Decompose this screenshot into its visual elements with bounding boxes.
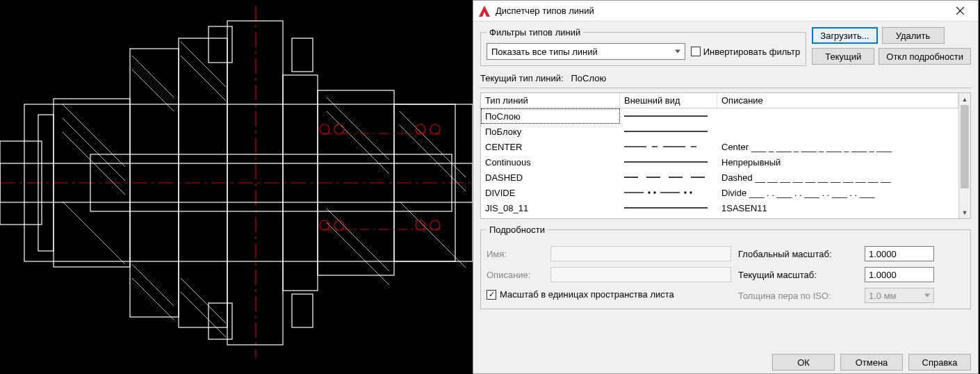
hide-details-button[interactable]: Откл подробности — [879, 48, 971, 65]
table-row[interactable]: DASHEDDashed __ __ __ __ __ __ __ __ __ … — [481, 170, 958, 185]
table-row[interactable]: ContinuousНепрерывный — [481, 154, 958, 170]
svg-marker-48 — [479, 6, 490, 17]
checkbox-icon: ✓ — [487, 290, 496, 300]
details-desc-input[interactable] — [550, 267, 731, 282]
linetype-name: JIS_08_11 — [481, 200, 620, 216]
linetype-description: Dashed __ __ __ __ __ __ __ __ __ __ __ — [717, 170, 958, 185]
linetype-name: DASHED — [481, 170, 620, 185]
svg-point-58 — [648, 192, 650, 193]
svg-rect-0 — [0, 0, 473, 374]
linetype-preview — [620, 124, 717, 139]
column-header-description[interactable]: Описание — [717, 93, 958, 108]
linetype-name: Continuous — [481, 154, 620, 170]
dialog-footer: ОК Отмена Справка — [480, 347, 971, 371]
scroll-down-icon[interactable]: ▼ — [959, 206, 970, 218]
linetype-preview — [620, 170, 717, 185]
help-button[interactable]: Справка — [908, 354, 971, 371]
iso-pen-width-select: 1.0 мм — [865, 288, 934, 303]
table-row[interactable]: ПоСлою — [481, 108, 958, 124]
linetype-preview — [620, 154, 717, 170]
scroll-up-icon[interactable]: ▲ — [959, 93, 970, 105]
filter-group-label: Фильтры типов линий — [487, 27, 583, 38]
cad-drawing-canvas — [0, 0, 473, 374]
details-name-input[interactable] — [550, 246, 731, 261]
scrollbar-thumb[interactable] — [961, 105, 969, 188]
table-header: Тип линий Внешний вид Описание — [481, 93, 958, 108]
autocad-icon — [479, 6, 490, 17]
table-row[interactable]: CENTERCenter ___ _ ___ _ ___ _ ___ _ ___… — [481, 139, 958, 154]
svg-point-61 — [685, 192, 686, 193]
load-button[interactable]: Загрузить... — [812, 27, 877, 44]
dialog-title: Диспетчер типов линий — [496, 6, 946, 16]
linetype-name: DIVIDE — [481, 185, 620, 200]
table-vertical-scrollbar[interactable]: ▲ ▼ — [958, 93, 970, 218]
linetype-name: ПоСлою — [481, 108, 620, 124]
filter-select[interactable]: Показать все типы линий — [487, 43, 685, 60]
set-current-button[interactable]: Текущий — [812, 48, 874, 65]
table-row[interactable]: JIS_08_111SASEN11 — [481, 200, 958, 216]
details-desc-label: Описание: — [487, 270, 542, 280]
delete-button[interactable]: Удалить — [882, 27, 945, 44]
filter-group: Фильтры типов линий Показать все типы ли… — [480, 27, 806, 66]
current-linetype-value: ПоСлою — [571, 73, 606, 83]
details-group: Подробности Имя: Описание: ✓ Масштаб в е… — [480, 225, 971, 309]
table-row[interactable]: DIVIDEDivide ___ . . ___ . . ___ . . ___… — [481, 185, 958, 200]
linetype-table: Тип линий Внешний вид Описание ПоСлоюПоБ… — [480, 92, 971, 219]
linetype-manager-dialog: Диспетчер типов линий Фильтры типов лини… — [473, 0, 979, 374]
global-scale-label: Глобальный масштаб: — [738, 249, 856, 259]
titlebar: Диспетчер типов линий — [473, 1, 978, 22]
linetype-description: Center ___ _ ___ _ ___ _ ___ _ ___ _ ___ — [717, 139, 958, 154]
invert-filter-checkbox[interactable]: Инвертировать фильтр — [691, 47, 801, 57]
linetype-preview — [620, 185, 717, 200]
svg-point-62 — [690, 192, 692, 193]
linetype-name: CENTER — [481, 139, 620, 154]
linetype-description: 1SASEN11 — [717, 200, 958, 216]
current-linetype-row: Текущий тип линий: ПоСлою — [480, 73, 971, 88]
linetype-name: ПоБлоку — [481, 124, 620, 139]
table-row[interactable]: ПоБлоку — [481, 124, 958, 139]
checkbox-icon — [691, 47, 701, 56]
filter-select-value: Показать все типы линий — [491, 47, 598, 57]
current-scale-label: Текущий масштаб: — [738, 270, 856, 280]
close-button[interactable] — [946, 1, 974, 21]
linetype-description — [717, 108, 958, 124]
linetype-preview — [620, 139, 717, 154]
current-linetype-label: Текущий тип линий: — [480, 73, 564, 83]
linetype-description — [717, 124, 958, 139]
column-header-name[interactable]: Тип линий — [481, 93, 620, 108]
linetype-description: Divide ___ . . ___ . . ___ . . ___ . . _… — [717, 185, 958, 200]
details-name-label: Имя: — [487, 249, 542, 259]
details-group-label: Подробности — [487, 225, 548, 235]
svg-point-59 — [654, 192, 655, 193]
paperspace-units-label: Масштаб в единицах пространства листа — [500, 289, 674, 300]
current-scale-input[interactable]: 1.0000 — [865, 267, 934, 282]
linetype-preview — [620, 200, 717, 216]
paperspace-units-checkbox[interactable]: ✓ Масштаб в единицах пространства листа — [487, 289, 731, 300]
linetype-description: Непрерывный — [717, 154, 958, 170]
linetype-preview — [620, 108, 717, 124]
iso-pen-width-label: Толщина пера по ISO: — [738, 291, 856, 301]
ok-button[interactable]: ОК — [772, 354, 835, 371]
cancel-button[interactable]: Отмена — [840, 354, 903, 371]
column-header-appearance[interactable]: Внешний вид — [620, 93, 717, 108]
invert-filter-label: Инвертировать фильтр — [703, 47, 801, 57]
global-scale-input[interactable]: 1.0000 — [865, 246, 934, 261]
